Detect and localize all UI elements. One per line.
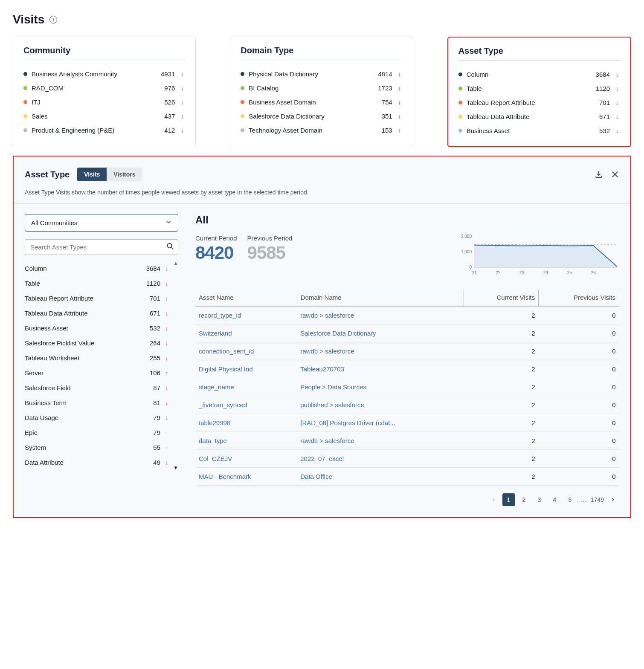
divider: [14, 203, 630, 204]
cell-asset-name[interactable]: connection_sent_id: [195, 342, 297, 360]
page-button[interactable]: 2: [518, 493, 531, 506]
cell-domain-name[interactable]: Salesforce Data Dictionary: [297, 324, 464, 342]
search-input[interactable]: [25, 239, 178, 255]
card-row[interactable]: Tableau Data Attribute 671 ↓: [458, 110, 620, 124]
cell-asset-name[interactable]: Col_CZEJV: [195, 450, 297, 468]
cell-domain-name[interactable]: 2022_07_excel: [297, 450, 464, 468]
list-item-value: 701: [142, 295, 160, 302]
close-button[interactable]: [611, 170, 619, 179]
list-item[interactable]: Epic 79 ←: [25, 425, 170, 440]
asset-type-list[interactable]: Column 3684 ↓Table 1120 ↓Tableau Report …: [25, 261, 178, 470]
trend-down-icon: ↓: [164, 325, 170, 332]
list-item[interactable]: Server 106 ↑: [25, 365, 170, 380]
table-row: Switzerland Salesforce Data Dictionary 2…: [195, 324, 619, 342]
cell-domain-name[interactable]: [RAD_08] Postgres Driver (cdat...: [297, 414, 464, 432]
trend-down-icon: ↓: [614, 85, 620, 92]
list-item-label: Server: [25, 369, 139, 376]
cell-current-visits: 2: [464, 414, 539, 432]
trend-down-icon: ↓: [397, 99, 403, 106]
card-row[interactable]: Sales 437 ↓: [23, 109, 185, 123]
tab-visitors[interactable]: Visitors: [107, 168, 142, 181]
card-row-value: 3684: [589, 71, 610, 78]
card-row[interactable]: Business Analysts Community 4931 ↓: [23, 67, 185, 81]
page-prev-button[interactable]: [487, 493, 500, 506]
cell-domain-name[interactable]: published > salesforce: [297, 396, 464, 414]
summary-card[interactable]: Asset Type Column 3684 ↓ Table 1120 ↓ Ta…: [447, 37, 631, 147]
th-current-visits[interactable]: Current Visits: [464, 290, 539, 307]
cell-asset-name[interactable]: data_type: [195, 432, 297, 450]
list-item[interactable]: Data Attribute 49 ↓: [25, 455, 170, 470]
card-row-value: 754: [371, 98, 392, 106]
cell-domain-name[interactable]: People > Data Sources: [297, 378, 464, 396]
card-row[interactable]: Business Asset 532 ↓: [458, 124, 620, 138]
cell-asset-name[interactable]: record_type_id: [195, 307, 297, 324]
card-title: Community: [23, 46, 185, 60]
chevron-down-icon: [165, 219, 172, 227]
svg-text:2,000: 2,000: [461, 235, 472, 239]
page-button[interactable]: 3: [533, 493, 546, 506]
list-item-value: 532: [142, 324, 160, 332]
list-item[interactable]: Column 3684 ↓: [25, 261, 170, 276]
card-row[interactable]: RAD_COM 976 ↓: [23, 81, 185, 95]
page-button[interactable]: 1: [502, 493, 515, 506]
scroll-up-icon[interactable]: ▲: [173, 260, 178, 266]
card-row[interactable]: Technology Asset Domain 153 ↑: [241, 123, 402, 137]
card-row[interactable]: Table 1120 ↓: [458, 81, 620, 96]
list-item[interactable]: Salesforce Picklist Value 264 ↓: [25, 336, 170, 350]
summary-card[interactable]: Domain Type Physical Data Dictionary 481…: [230, 37, 413, 147]
community-filter-select[interactable]: All Communities: [25, 214, 178, 232]
table-row: table29998 [RAD_08] Postgres Driver (cda…: [195, 414, 619, 432]
page-button[interactable]: 5: [564, 493, 577, 506]
card-row[interactable]: Salesforce Data Dictionary 351 ↓: [241, 109, 402, 123]
th-previous-visits[interactable]: Previous Visits: [539, 290, 619, 307]
list-item[interactable]: Tableau Data Attribute 671 ↓: [25, 306, 170, 321]
list-item[interactable]: Tableau Worksheet 255 ↓: [25, 350, 170, 365]
trend-down-icon: ↓: [164, 310, 170, 317]
info-icon[interactable]: i: [49, 16, 57, 23]
cell-domain-name[interactable]: Tableau270703: [297, 360, 464, 378]
color-dot-icon: [241, 114, 244, 118]
page-button[interactable]: 4: [548, 493, 561, 506]
cell-asset-name[interactable]: stage_name: [195, 378, 297, 396]
list-item[interactable]: Salesforce Field 87 ↓: [25, 380, 170, 395]
summary-card[interactable]: Community Business Analysts Community 49…: [13, 37, 196, 147]
list-item[interactable]: Data Usage 79 ↓: [25, 410, 170, 425]
cell-domain-name[interactable]: Data Office: [297, 468, 464, 486]
list-item-value: 55: [142, 444, 160, 451]
list-item-label: Business Term: [25, 399, 139, 406]
card-row[interactable]: Business Asset Domain 754 ↓: [241, 95, 402, 109]
trend-down-icon: ↓: [397, 71, 403, 78]
page-next-button[interactable]: [606, 493, 619, 506]
page-button-last[interactable]: 1749: [591, 493, 604, 506]
cell-asset-name[interactable]: table29998: [195, 414, 297, 432]
color-dot-icon: [23, 128, 27, 132]
card-row[interactable]: BI Catalog 1723 ↓: [241, 81, 402, 95]
list-item[interactable]: System 55 ←: [25, 440, 170, 455]
cell-asset-name[interactable]: MAU - Benchmark: [195, 468, 297, 486]
cell-asset-name[interactable]: _fivetran_synced: [195, 396, 297, 414]
cell-domain-name[interactable]: rawdb > salesforce: [297, 432, 464, 450]
card-row[interactable]: Physical Data Dictionary 4814 ↓: [241, 67, 402, 81]
cell-previous-visits: 0: [539, 450, 619, 468]
card-row[interactable]: Tableau Report Attribute 701 ↓: [458, 96, 620, 110]
download-button[interactable]: [595, 170, 603, 179]
card-row[interactable]: Product & Engineering (P&E) 412 ↓: [23, 123, 185, 137]
color-dot-icon: [241, 128, 244, 132]
list-item[interactable]: Business Term 81 ↓: [25, 395, 170, 410]
scroll-down-icon[interactable]: ▼: [173, 465, 178, 471]
right-panel-title: All: [195, 214, 619, 226]
th-domain-name[interactable]: Domain Name: [297, 290, 464, 307]
card-row[interactable]: Column 3684 ↓: [458, 67, 620, 81]
th-asset-name[interactable]: Asset Name: [195, 290, 297, 307]
cell-asset-name[interactable]: Digital Physical Ind: [195, 360, 297, 378]
card-row[interactable]: ITJ 526 ↓: [23, 95, 185, 109]
list-item[interactable]: Table 1120 ↓: [25, 276, 170, 291]
cell-domain-name[interactable]: rawdb > salesforce: [297, 342, 464, 360]
list-item[interactable]: Business Asset 532 ↓: [25, 321, 170, 336]
trend-down-icon: ↓: [179, 85, 185, 92]
list-item[interactable]: Tableau Report Attribute 701 ↓: [25, 291, 170, 306]
tab-visits[interactable]: Visits: [77, 168, 107, 181]
card-row-label: Business Asset Domain: [249, 98, 366, 106]
cell-asset-name[interactable]: Switzerland: [195, 324, 297, 342]
cell-domain-name[interactable]: rawdb > salesforce: [297, 307, 464, 324]
